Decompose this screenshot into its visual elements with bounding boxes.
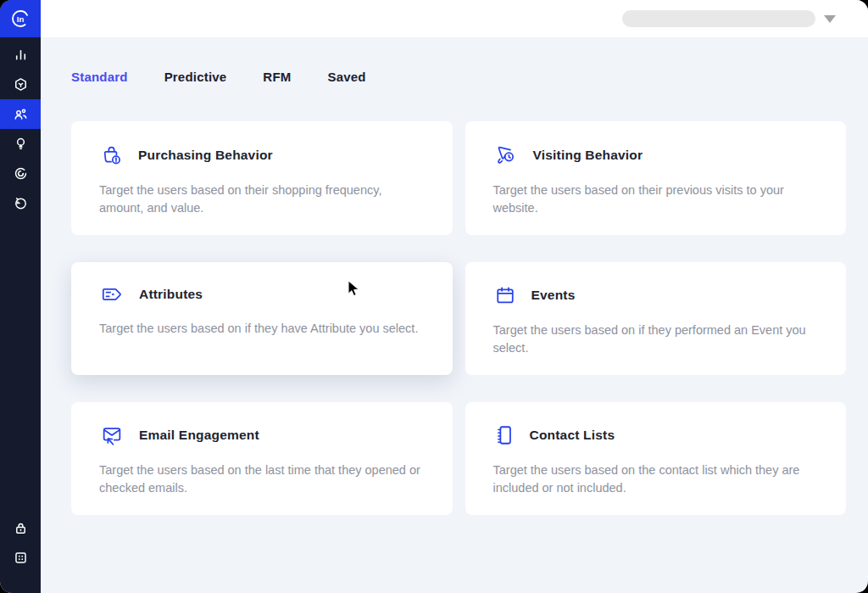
attribute-tag-icon xyxy=(99,283,125,305)
sidebar-item-history[interactable] xyxy=(0,188,41,218)
app-window: In xyxy=(0,0,868,593)
card-events[interactable]: Events Target the users based on if they… xyxy=(465,262,847,375)
time-clock-icon xyxy=(14,196,28,210)
email-arrow-icon xyxy=(99,423,125,447)
segment-option-cards: Purchasing Behavior Target the users bas… xyxy=(71,121,846,515)
sidebar-item-audiences[interactable] xyxy=(0,99,41,129)
sidebar-item-insights[interactable] xyxy=(0,129,41,159)
card-description: Target the users based on the contact li… xyxy=(493,462,819,496)
card-description: Target the users based on their previous… xyxy=(493,182,819,216)
contact-list-icon xyxy=(493,423,515,447)
account-name-placeholder[interactable] xyxy=(622,10,815,27)
calendar-icon xyxy=(493,283,517,307)
shopping-bag-icon xyxy=(99,143,124,167)
card-description: Target the users based on if they perfor… xyxy=(493,322,819,356)
sidebar-nav xyxy=(0,37,41,218)
card-purchasing-behavior[interactable]: Purchasing Behavior Target the users bas… xyxy=(71,121,453,235)
card-email-engagement[interactable]: Email Engagement Target the users based … xyxy=(71,402,453,515)
sidebar-item-products[interactable] xyxy=(0,70,41,99)
apps-grid-icon xyxy=(14,551,28,565)
card-description: Target the users based on the last time … xyxy=(99,462,425,496)
card-description: Target the users based on their shopping… xyxy=(99,182,425,216)
card-description: Target the users based on if they have A… xyxy=(99,320,425,338)
sidebar-bottom xyxy=(0,513,41,593)
card-visiting-behavior[interactable]: Visiting Behavior Target the users based… xyxy=(465,121,847,235)
tab-predictive[interactable]: Predictive xyxy=(164,70,227,84)
card-title: Attributes xyxy=(139,287,203,302)
card-contact-lists[interactable]: Contact Lists Target the users based on … xyxy=(465,402,847,515)
cursor-clock-icon xyxy=(493,143,519,167)
content-area: Standard Predictive RFM Saved xyxy=(41,37,868,593)
bar-chart-icon xyxy=(14,48,28,62)
tab-saved[interactable]: Saved xyxy=(327,70,365,84)
svg-text:In: In xyxy=(17,14,25,24)
card-attributes[interactable]: Attributes Target the users based on if … xyxy=(71,262,453,375)
journey-spiral-icon xyxy=(14,166,28,181)
card-title: Visiting Behavior xyxy=(533,148,643,163)
lightbulb-icon xyxy=(14,137,28,151)
dropdown-caret-icon[interactable] xyxy=(824,15,836,23)
main-area: Standard Predictive RFM Saved xyxy=(41,0,868,593)
sidebar: In xyxy=(0,0,41,593)
card-title: Events xyxy=(531,288,576,303)
app-logo[interactable]: In xyxy=(0,0,41,37)
sidebar-item-privacy[interactable] xyxy=(0,513,41,543)
hexagon-product-icon xyxy=(14,77,28,92)
sidebar-item-journeys[interactable] xyxy=(0,159,41,188)
tab-rfm[interactable]: RFM xyxy=(263,70,291,84)
tab-standard[interactable]: Standard xyxy=(71,70,128,84)
card-title: Contact Lists xyxy=(530,428,615,443)
card-title: Purchasing Behavior xyxy=(138,148,273,163)
sidebar-item-apps[interactable] xyxy=(0,543,41,573)
sidebar-item-analytics[interactable] xyxy=(0,40,41,70)
top-bar xyxy=(41,0,868,37)
logo-circle-icon: In xyxy=(9,8,31,30)
segment-type-tabs: Standard Predictive RFM Saved xyxy=(71,70,846,84)
card-title: Email Engagement xyxy=(139,428,259,443)
lock-icon xyxy=(14,521,28,535)
users-audience-icon xyxy=(13,107,28,122)
